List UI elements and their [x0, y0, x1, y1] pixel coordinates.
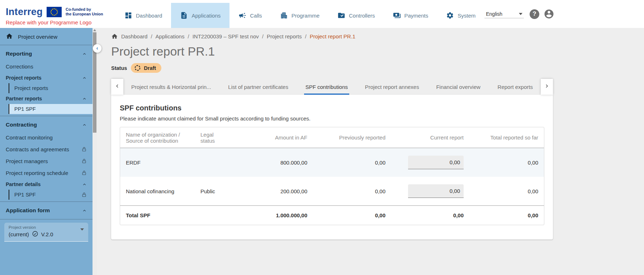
sidebar-item-pp1-spf-details[interactable]: PP1 SPF [9, 190, 93, 200]
breadcrumb-item-applications[interactable]: Applications [156, 33, 185, 39]
tab-financial-overview[interactable]: Financial overview [430, 79, 486, 95]
section-heading: SPF contributions [120, 104, 544, 112]
current-report-input-erdf[interactable] [408, 156, 464, 169]
breadcrumb: Dashboard / Applications / INT2200039 – … [111, 33, 644, 40]
tabs-scroll-left-button[interactable] [111, 79, 123, 95]
nav-programme[interactable]: Programme [271, 3, 328, 28]
cell-total-amount-af: 1.000.000,00 [246, 212, 307, 218]
lock-icon [81, 147, 87, 152]
sidebar-section-reporting[interactable]: Reporting [0, 47, 93, 61]
sidebar-item-project-overview[interactable]: Project overview [0, 30, 93, 43]
sidebar-section-project-reports[interactable]: Project reports [0, 72, 93, 83]
chevron-up-icon [82, 208, 87, 213]
table-row-national-cofinancing: National cofinancing Public 200.000,00 0… [120, 177, 544, 205]
nav-system[interactable]: System [437, 3, 484, 28]
cell-legal-status: Public [200, 188, 243, 194]
spf-contributions-card: SPF contributions Please indicate amount… [111, 95, 553, 240]
col-header-previously-reported: Previously reported [310, 134, 385, 141]
sidebar-section-partner-reports[interactable]: Partner reports [0, 93, 93, 104]
nav-calls[interactable]: Calls [229, 3, 271, 28]
top-navigation: Dashboard Applications Calls Programme C… [115, 0, 484, 28]
status-badge: Draft [131, 63, 161, 73]
app-window: Interreg Co-funded by the European Union… [0, 0, 644, 275]
sidebar-section-partner-details[interactable]: Partner details [0, 179, 93, 190]
programme-icon [280, 11, 288, 19]
dashboard-icon [124, 11, 132, 19]
chevron-up-icon [82, 52, 87, 56]
nav-payments[interactable]: Payments [384, 3, 437, 28]
account-icon [544, 14, 554, 20]
tabs-scroll-right-button[interactable] [541, 79, 553, 95]
lock-icon [81, 170, 87, 176]
logo-row: Interreg Co-funded by the European Union [6, 6, 110, 18]
nav-dashboard[interactable]: Dashboard [115, 3, 171, 28]
cell-total-total-reported: 0,00 [467, 212, 538, 218]
tab-bar: Project results & Horizontal prin... Lis… [111, 79, 553, 95]
lock-icon [81, 158, 87, 164]
table-header-row: Name of organization / Source of contrib… [120, 127, 544, 148]
cell-total-current-report: 0,00 [388, 212, 464, 218]
language-select[interactable]: English [484, 10, 524, 18]
applications-icon [180, 11, 188, 19]
cell-name: National cofinancing [126, 188, 198, 194]
nav-applications[interactable]: Applications [171, 3, 229, 28]
sidebar-divider [0, 219, 93, 219]
cell-total-label: Total SPF [126, 212, 198, 218]
scrollbar-up-arrow[interactable] [93, 29, 96, 31]
account-button[interactable] [544, 9, 554, 19]
current-report-input-national-cofinancing[interactable] [408, 184, 464, 198]
eu-flag [47, 7, 62, 17]
chevron-right-icon [544, 83, 550, 90]
cell-previously-reported: 0,00 [310, 160, 385, 166]
caret-down-icon [80, 228, 84, 231]
sidebar: Project overview Reporting Corrections P… [0, 28, 93, 275]
system-gear-icon [446, 11, 454, 19]
breadcrumb-home-icon[interactable] [111, 33, 118, 40]
calls-icon [238, 11, 246, 19]
col-header-amount-af: Amount in AF [246, 134, 307, 141]
sidebar-section-application-form[interactable]: Application form [0, 204, 93, 217]
help-button[interactable]: ? [530, 9, 539, 19]
breadcrumb-item-project-reports[interactable]: Project reports [267, 33, 302, 39]
nav-controllers[interactable]: Controllers [328, 3, 384, 28]
project-version-label: Project version [9, 225, 84, 229]
sidebar-collapse-button[interactable]: ‹ [93, 44, 101, 53]
chevron-up-icon [82, 96, 87, 101]
cell-total-reported: 0,00 [467, 160, 538, 166]
breadcrumb-item-current: Project report PR.1 [310, 33, 356, 39]
sidebar-item-project-reports[interactable]: Project reports [9, 83, 93, 93]
sidebar-item-contracts-agreements[interactable]: Contracts and agreements [0, 143, 93, 155]
programme-logo: Interreg Co-funded by the European Union… [6, 3, 110, 25]
lock-icon [81, 192, 87, 198]
cell-amount-af: 200.000,00 [246, 188, 307, 194]
sidebar-item-contract-monitoring[interactable]: Contract monitoring [0, 132, 93, 143]
tab-report-exports[interactable]: Report exports [492, 79, 539, 95]
col-header-legal-status: Legal status [200, 132, 219, 144]
status-value: Draft [144, 65, 156, 71]
col-header-current-report: Current report [388, 134, 464, 141]
sidebar-item-project-managers[interactable]: Project managers [0, 155, 93, 167]
breadcrumb-item-dashboard[interactable]: Dashboard [121, 33, 147, 39]
chevron-up-icon [82, 123, 87, 127]
chevron-left-icon [114, 83, 120, 90]
tab-report-annexes[interactable]: Project report annexes [359, 79, 425, 95]
sidebar-item-corrections[interactable]: Corrections [0, 61, 93, 72]
tab-spf-contributions[interactable]: SPF contributions [300, 79, 354, 95]
sidebar-item-reporting-schedule[interactable]: Project reporting schedule [0, 167, 93, 179]
sidebar-item-pp1-spf-report[interactable]: PP1 SPF [9, 104, 93, 114]
project-version-select[interactable]: Project version (current) V.2.0 [4, 223, 88, 242]
sidebar-section-contracting[interactable]: Contracting [0, 118, 93, 132]
tab-partner-certificates[interactable]: List of partner certificates [222, 79, 294, 95]
tabs: Project results & Horizontal prin... Lis… [123, 79, 541, 95]
chevron-up-icon [82, 182, 87, 187]
tab-project-results[interactable]: Project results & Horizontal prin... [126, 79, 217, 95]
col-header-total-reported: Total reported so far [467, 134, 538, 141]
home-icon [6, 33, 13, 41]
help-icon: ? [532, 10, 536, 18]
caret-down-icon [519, 13, 522, 15]
logo-placeholder-note: Replace with your Programme Logo [6, 19, 110, 25]
vertical-scrollbar[interactable] [93, 28, 97, 275]
top-bar: Interreg Co-funded by the European Union… [0, 0, 644, 28]
cell-previously-reported: 0,00 [310, 188, 385, 194]
breadcrumb-item-project[interactable]: INT2200039 – SPF test nov [193, 33, 259, 39]
